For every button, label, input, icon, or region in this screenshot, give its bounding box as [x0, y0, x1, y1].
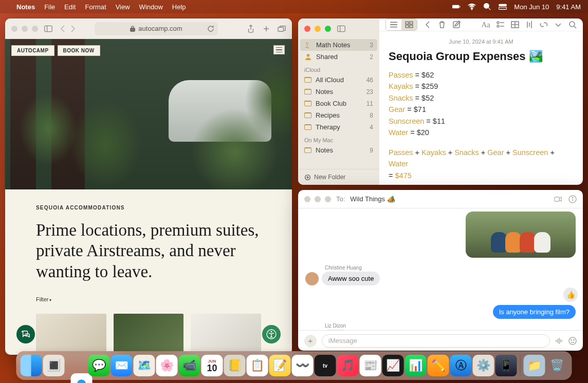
emoji-icon[interactable] [568, 337, 577, 345]
sidebar-mac-notes[interactable]: Notes9 [298, 144, 379, 156]
dock-maps[interactable]: 🗺️ [134, 355, 155, 376]
svg-rect-0 [452, 5, 459, 9]
media-icon[interactable] [525, 21, 534, 29]
message-thread[interactable]: Christine Huang Awww soo cute 👍 Is anyon… [298, 208, 583, 330]
dock-settings[interactable]: ⚙️ [473, 355, 494, 376]
sender-name: Liz Dizon [325, 323, 576, 329]
sidebar-recipes[interactable]: Recipes8 [298, 109, 379, 121]
dock-numbers[interactable]: 📊 [405, 355, 427, 376]
menu-window[interactable]: Window [139, 3, 163, 11]
sidebar-all-icloud[interactable]: All iCloud46 [298, 74, 379, 86]
share-icon[interactable] [247, 25, 255, 33]
to-value[interactable]: Wild Things 🏕️ [350, 195, 395, 203]
reload-icon[interactable] [207, 25, 215, 33]
chat-fab-icon[interactable] [16, 325, 35, 343]
message-bubble[interactable]: Awww soo cute [322, 272, 380, 285]
checklist-icon[interactable] [497, 21, 505, 29]
sidebar-shared[interactable]: Shared2 [298, 51, 379, 63]
dock-safari[interactable] [71, 373, 93, 383]
svg-point-41 [572, 197, 573, 198]
message-bubble[interactable]: Is anyone bringing film? [493, 305, 576, 319]
dock-stocks[interactable]: 📈 [382, 355, 404, 376]
dock-finder[interactable] [21, 355, 42, 376]
listing-thumb[interactable] [36, 314, 106, 355]
message-input[interactable]: iMessage [322, 334, 550, 348]
compose-icon[interactable] [452, 21, 461, 29]
messages-traffic-lights[interactable] [304, 196, 331, 202]
more-icon[interactable] [554, 21, 562, 29]
menu-help[interactable]: Help [172, 3, 186, 11]
filter-button[interactable]: Filter [36, 296, 261, 302]
dock-contacts[interactable]: 📒 [224, 355, 246, 376]
back-icon[interactable] [59, 25, 67, 33]
format-icon[interactable]: Aa [482, 21, 491, 29]
dock-freeform[interactable]: 〰️ [292, 355, 314, 376]
dock-facetime[interactable]: 📹 [179, 355, 200, 376]
menu-view[interactable]: View [116, 3, 130, 11]
svg-rect-38 [555, 197, 560, 201]
dock-music[interactable]: 🎵 [337, 355, 359, 376]
new-folder-button[interactable]: New Folder [298, 169, 379, 185]
dock-calendar[interactable]: JUN10 [201, 355, 223, 376]
tabs-icon[interactable] [278, 25, 286, 33]
avatar[interactable] [305, 272, 319, 285]
safari-address-bar[interactable]: autocamp.com [95, 22, 218, 35]
delete-icon[interactable] [438, 21, 446, 29]
facetime-icon[interactable] [554, 195, 562, 203]
safari-traffic-lights[interactable] [11, 26, 38, 32]
listing-thumb[interactable] [114, 314, 184, 355]
spotlight-icon[interactable] [483, 3, 491, 11]
svg-rect-21 [406, 22, 409, 24]
attachment-image[interactable] [466, 212, 576, 258]
control-center-icon[interactable] [499, 3, 507, 11]
menu-format[interactable]: Format [85, 3, 106, 11]
dock-messages[interactable]: 💬 [88, 355, 110, 376]
menu-file[interactable]: File [44, 3, 55, 11]
search-icon[interactable] [568, 21, 577, 29]
dock-mail[interactable]: ✉️ [111, 355, 133, 376]
safari-sidebar-icon[interactable] [44, 25, 52, 33]
dock-tv[interactable]: tv [315, 355, 336, 376]
wifi-icon[interactable] [468, 3, 476, 11]
reaction[interactable]: 👍 [563, 288, 578, 302]
dock-reminders[interactable]: 📋 [247, 355, 268, 376]
back-icon[interactable] [424, 21, 432, 29]
dock-notes[interactable]: 📝 [269, 355, 291, 376]
to-label: To: [336, 195, 345, 203]
dock-launchpad[interactable]: 🔳 [43, 355, 65, 376]
menubar-time[interactable]: 9:41 AM [556, 3, 581, 11]
forward-icon[interactable] [69, 25, 77, 33]
dock-news[interactable]: 📰 [360, 355, 381, 376]
new-tab-icon[interactable] [262, 25, 270, 33]
dock-downloads[interactable]: 📁 [524, 355, 545, 376]
dock-iphone-mirror[interactable]: 📱 [495, 355, 517, 376]
menubar-date[interactable]: Mon Jun 10 [514, 3, 549, 11]
table-icon[interactable] [511, 21, 519, 29]
message-bubble[interactable]: I am! [322, 330, 349, 330]
audio-waveform-icon[interactable] [555, 337, 563, 345]
svg-rect-13 [338, 26, 345, 31]
menu-edit[interactable]: Edit [64, 3, 76, 11]
dock-photos[interactable]: 🌸 [156, 355, 178, 376]
sidebar-book-club[interactable]: Book Club11 [298, 98, 379, 109]
notes-sidebar-icon[interactable] [337, 25, 345, 33]
dock-pages[interactable]: ✏️ [428, 355, 449, 376]
sidebar-therapy[interactable]: Therapy4 [298, 121, 379, 133]
dock-trash[interactable]: 🗑️ [546, 355, 568, 376]
accessibility-fab-icon[interactable] [262, 325, 281, 343]
link-icon[interactable] [540, 21, 548, 29]
battery-icon[interactable] [452, 3, 461, 11]
info-icon[interactable] [568, 195, 577, 203]
view-mode-toggle[interactable] [385, 18, 417, 31]
add-attachment-button[interactable]: + [304, 335, 317, 347]
notes-traffic-lights[interactable] [304, 26, 331, 32]
site-logo[interactable]: AUTOCAMP [11, 45, 54, 56]
listing-thumb[interactable] [191, 314, 261, 355]
sidebar-math-notes[interactable]: ∑ Math Notes3 [300, 39, 377, 51]
book-now-button[interactable]: BOOK NOW [58, 45, 100, 56]
menubar-app-name[interactable]: Notes [16, 3, 35, 11]
sidebar-notes[interactable]: Notes23 [298, 86, 379, 98]
hamburger-icon[interactable] [273, 45, 285, 54]
note-editor[interactable]: June 10, 2024 at 9:41 AM Sequoia Group E… [379, 31, 583, 185]
dock-app-store[interactable]: Ⓐ [450, 355, 472, 376]
